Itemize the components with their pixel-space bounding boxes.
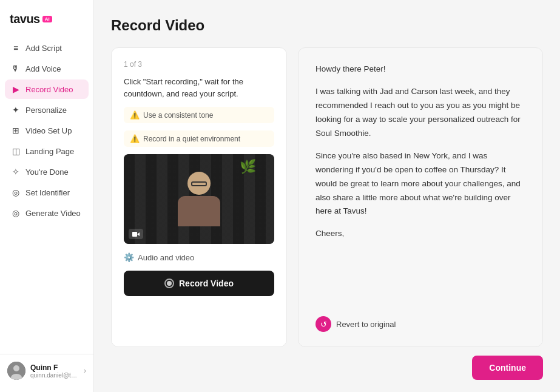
user-info: Quinn F quinn.daniel@tavus.io bbox=[30, 363, 79, 379]
svg-rect-3 bbox=[132, 232, 137, 237]
svg-point-1 bbox=[13, 365, 19, 371]
sidebar-item-label: Generate Video bbox=[25, 209, 81, 218]
warning-icon-1: ⚠️ bbox=[130, 110, 140, 120]
footer: Continue bbox=[111, 347, 543, 380]
continue-button[interactable]: Continue bbox=[472, 356, 543, 380]
page-icon: ◫ bbox=[11, 146, 21, 156]
sidebar-item-label: Landing Page bbox=[25, 147, 74, 156]
user-email: quinn.daniel@tavus.io bbox=[30, 372, 79, 379]
svg-marker-4 bbox=[137, 232, 140, 236]
sidebar-item-label: Record Video bbox=[25, 85, 73, 94]
script-text: Howdy there Peter! I was talking with Ja… bbox=[315, 63, 525, 304]
video-overlay-icon bbox=[129, 229, 143, 239]
record-button-circle-icon bbox=[164, 279, 174, 288]
step-indicator: 1 of 3 bbox=[124, 60, 274, 69]
sidebar-item-label: Personalize bbox=[25, 106, 67, 115]
tip-text-1: Use a consistent tone bbox=[143, 111, 213, 120]
video-preview: 🌿 bbox=[124, 154, 274, 244]
video-icon: ▶ bbox=[11, 84, 21, 94]
sidebar-item-label: Add Voice bbox=[25, 64, 61, 73]
tip-text-2: Record in a quiet environment bbox=[143, 135, 240, 143]
chevron-right-icon: › bbox=[84, 367, 86, 375]
logo-text: tavus bbox=[10, 12, 40, 26]
sidebar-item-label: Set Identifier bbox=[25, 188, 70, 197]
sidebar: tavus AI ≡ Add Script 🎙 Add Voice ▶ Reco… bbox=[0, 0, 94, 392]
generate-icon: ◎ bbox=[11, 208, 21, 218]
script-paragraph-2: I was talking with Jad and Carson last w… bbox=[315, 85, 525, 141]
warning-icon-2: ⚠️ bbox=[130, 134, 140, 143]
page-title: Record Video bbox=[111, 17, 543, 34]
sidebar-item-add-script[interactable]: ≡ Add Script bbox=[5, 38, 89, 58]
sidebar-item-generate-video[interactable]: ◎ Generate Video bbox=[5, 203, 89, 223]
record-video-button[interactable]: Record Video bbox=[124, 271, 274, 296]
script-paragraph-3: Since you're also based in New York, and… bbox=[315, 149, 525, 219]
script-paragraph-4: Cheers, bbox=[315, 227, 525, 241]
user-name: Quinn F bbox=[30, 363, 79, 372]
script-paragraph-1: Howdy there Peter! bbox=[315, 63, 525, 76]
main-content: Record Video 1 of 3 Click "Start recordi… bbox=[94, 0, 560, 392]
revert-icon: ↺ bbox=[315, 316, 331, 332]
sparkle-icon: ✧ bbox=[11, 167, 21, 177]
sidebar-item-add-voice[interactable]: 🎙 Add Voice bbox=[5, 59, 89, 78]
avatar bbox=[7, 362, 25, 380]
record-card: 1 of 3 Click "Start recording," wait for… bbox=[111, 47, 287, 347]
sidebar-item-landing-page[interactable]: ◫ Landing Page bbox=[5, 141, 89, 161]
revert-row[interactable]: ↺ Revert to original bbox=[315, 316, 525, 332]
tip-row-1: ⚠️ Use a consistent tone bbox=[124, 107, 274, 123]
sidebar-item-personalize[interactable]: ✦ Personalize bbox=[5, 100, 89, 120]
sidebar-item-label: Video Set Up bbox=[25, 126, 72, 135]
sidebar-item-set-identifier[interactable]: ◎ Set Identifier bbox=[5, 183, 89, 202]
sidebar-nav: ≡ Add Script 🎙 Add Voice ▶ Record Video … bbox=[0, 38, 93, 354]
user-profile[interactable]: Quinn F quinn.daniel@tavus.io › bbox=[0, 354, 93, 382]
logo-badge: AI bbox=[42, 16, 52, 22]
settings-icon: ⚙️ bbox=[124, 252, 134, 262]
plant-decoration: 🌿 bbox=[240, 159, 256, 175]
list-icon: ≡ bbox=[11, 43, 21, 53]
content-row: 1 of 3 Click "Start recording," wait for… bbox=[111, 47, 543, 347]
tip-row-2: ⚠️ Record in a quiet environment bbox=[124, 130, 274, 147]
revert-label: Revert to original bbox=[336, 320, 396, 329]
audio-video-row: ⚙️ Audio and video bbox=[124, 251, 274, 263]
sidebar-item-label: Add Script bbox=[25, 44, 62, 53]
grid-icon: ⊞ bbox=[11, 126, 21, 135]
script-card: Howdy there Peter! I was talking with Ja… bbox=[298, 47, 543, 347]
circle-icon: ◎ bbox=[11, 188, 21, 197]
sidebar-item-label: You're Done bbox=[25, 167, 69, 177]
sidebar-item-youre-done[interactable]: ✧ You're Done bbox=[5, 162, 89, 181]
star-icon: ✦ bbox=[11, 105, 21, 115]
sidebar-item-record-video[interactable]: ▶ Record Video bbox=[5, 79, 89, 99]
record-instructions: Click "Start recording," wait for the co… bbox=[124, 76, 274, 100]
audio-video-label: Audio and video bbox=[138, 253, 194, 262]
logo: tavus AI bbox=[0, 10, 93, 38]
record-button-label: Record Video bbox=[179, 279, 234, 288]
mic-icon: 🎙 bbox=[11, 64, 21, 73]
sidebar-item-video-set-up[interactable]: ⊞ Video Set Up bbox=[5, 121, 89, 140]
